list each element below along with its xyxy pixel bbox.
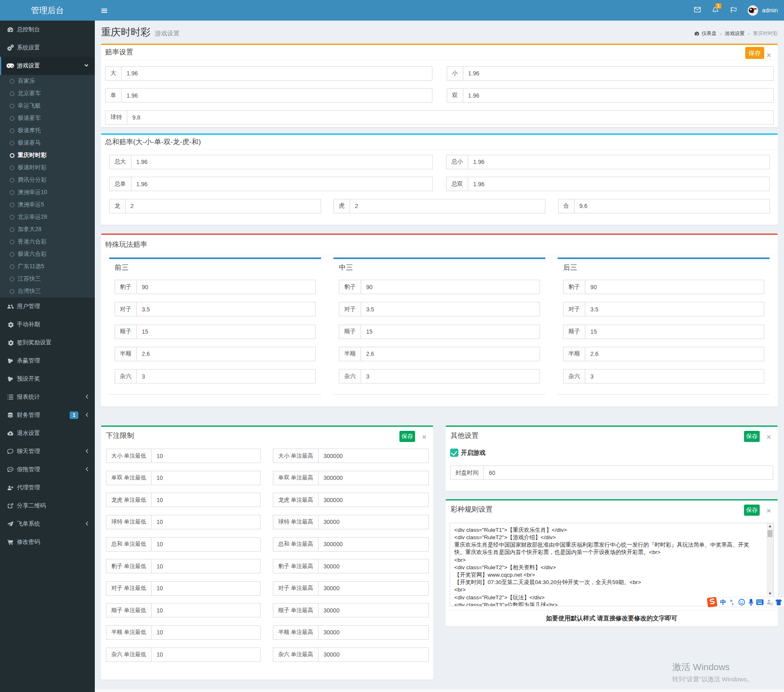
svg-text:19: 19	[770, 603, 773, 605]
